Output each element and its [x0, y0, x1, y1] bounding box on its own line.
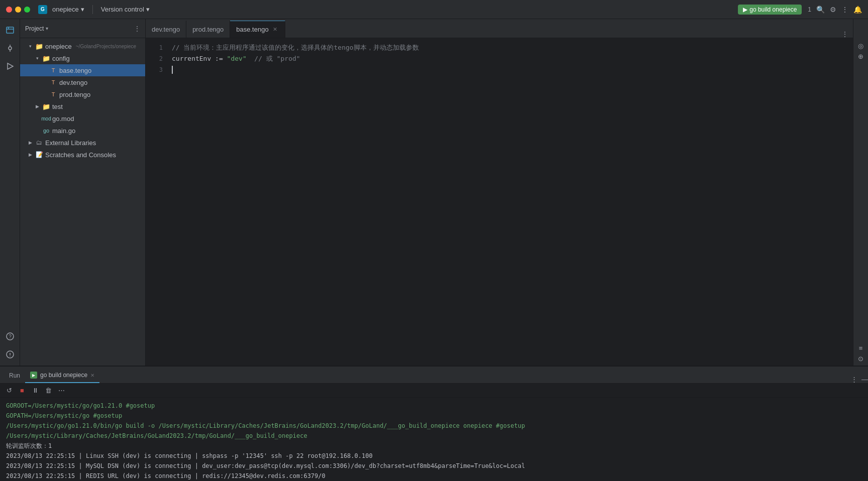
vc-label: Version control [101, 6, 144, 13]
file-tree-more-icon[interactable]: ⋮ [134, 25, 140, 32]
tree-arrow-external-libs: ▶ [27, 140, 33, 146]
build-tab-label: go build onepiece [40, 372, 87, 379]
tree-item-config[interactable]: ▾ 📁 config [20, 52, 145, 64]
main-content: ? Project ▾ ⋮ ▾ 📁 onepiece ~/GolandProje… [0, 19, 868, 366]
window-controls [6, 7, 30, 13]
folder-icon-onepiece: 📁 [35, 42, 43, 50]
tab-dev-tengo[interactable]: dev.tengo [146, 21, 186, 38]
tree-arrow-scratches: ▶ [27, 152, 33, 158]
maximize-button[interactable] [24, 7, 30, 13]
svg-rect-0 [7, 27, 14, 33]
tree-item-base-tengo[interactable]: T base.tengo [20, 64, 145, 76]
tree-label-scratches: Scratches and Consoles [45, 151, 116, 159]
tree-label-prod-tengo: prod.tengo [59, 91, 90, 98]
tab-close-base-tengo[interactable]: ✕ [272, 26, 279, 33]
bottom-tab-build[interactable]: ▶ go build onepiece ✕ [25, 368, 99, 383]
file-icon-main-go: go [42, 127, 50, 135]
run-button[interactable]: ▶ go build onepiece [738, 5, 802, 15]
file-tree-actions: ⋮ [134, 25, 140, 32]
code-op: := [215, 53, 227, 64]
toolbar-stop-icon[interactable]: ■ [17, 386, 27, 396]
sidebar-bottom-icon-2[interactable] [2, 346, 18, 363]
code-editor[interactable]: 1 2 3 // 当前环境：主应用程序通过该值的变化，选择具体的tengo脚本，… [146, 38, 853, 366]
line-num-1: 1 [149, 42, 163, 53]
run-tab-label: Run [9, 372, 20, 379]
run-icon: ▶ [743, 6, 747, 13]
project-label: onepiece [52, 6, 79, 13]
cursor [172, 66, 173, 74]
run-label: go build onepiece [749, 6, 797, 13]
tree-item-external-libs[interactable]: ▶ 🗂 External Libraries [20, 137, 145, 149]
svg-text:?: ? [9, 334, 12, 339]
tree-label-test: test [52, 103, 63, 110]
search-icon[interactable]: 🔍 [816, 6, 825, 14]
svg-point-9 [10, 355, 11, 356]
tree-spacer-go-mod [34, 115, 40, 122]
console-output: GOROOT=/Users/mystic/go/go1.21.0 #gosetu… [0, 398, 868, 481]
sidebar-commit-icon[interactable] [2, 40, 18, 56]
project-dropdown-icon: ▾ [81, 6, 84, 13]
code-line-3 [172, 64, 847, 75]
bottom-tabs: Run ▶ go build onepiece ✕ ⋮ — [0, 367, 868, 384]
line-numbers: 1 2 3 [146, 38, 166, 366]
console-line-2: GOPATH=/Users/mystic/go #gosetup [6, 411, 862, 421]
right-sidebar-icon-3[interactable]: ≡ [859, 344, 863, 352]
tab-label-prod-tengo: prod.tengo [192, 26, 224, 33]
bottom-toolbar: ↺ ■ ⏸ 🗑 ⋯ [0, 384, 868, 398]
file-tree: ▾ 📁 onepiece ~/GolandProjects/onepiece ▾… [20, 38, 145, 366]
tree-item-main-go[interactable]: go main.go [20, 125, 145, 137]
sidebar-run-icon[interactable] [2, 58, 18, 74]
run-tab-icon: ▶ [30, 372, 37, 379]
code-content[interactable]: // 当前环境：主应用程序通过该值的变化，选择具体的tengo脚本，并动态加载参… [166, 38, 853, 366]
editor-tabs-more-icon[interactable]: ⋮ [842, 31, 848, 38]
more-icon[interactable]: ⋮ [841, 6, 848, 14]
tree-item-scratches[interactable]: ▶ 📝 Scratches and Consoles [20, 149, 145, 161]
sidebar-project-icon[interactable] [2, 22, 18, 38]
file-icon-go-mod: mod [42, 114, 50, 123]
tab-base-tengo[interactable]: base.tengo ✕ [230, 21, 285, 38]
minimize-button[interactable] [15, 7, 21, 13]
bottom-tab-run[interactable]: Run [4, 368, 25, 383]
line-num-3: 3 [149, 64, 163, 75]
toolbar-settings-icon[interactable]: ⋯ [56, 386, 66, 396]
vc-selector[interactable]: Version control ▾ [101, 6, 150, 13]
console-line-6: 2023/08/13 22:25:15 | Linux SSH (dev) is… [6, 451, 862, 461]
icon-external-libs: 🗂 [35, 139, 43, 147]
file-tree-header: Project ▾ ⋮ [20, 19, 145, 38]
titlebar: G onepiece ▾ Version control ▾ ▶ go buil… [0, 0, 868, 19]
folder-icon-config: 📁 [42, 54, 50, 62]
project-title-arrow: ▾ [46, 26, 48, 31]
titlebar-right: ▶ go build onepiece 1 🔍 ⚙ ⋮ 🔔 [738, 5, 862, 15]
tree-item-dev-tengo[interactable]: T dev.tengo [20, 76, 145, 88]
settings-icon[interactable]: ⚙ [830, 6, 836, 14]
close-button[interactable] [6, 7, 12, 13]
tree-item-onepiece[interactable]: ▾ 📁 onepiece ~/GolandProjects/onepiece [20, 40, 145, 52]
file-icon-prod-tengo: T [49, 90, 57, 98]
sidebar-bottom-icon-1[interactable]: ? [2, 328, 18, 344]
toolbar-pause-icon[interactable]: ⏸ [30, 386, 40, 396]
tree-spacer-base-tengo [41, 67, 47, 73]
right-sidebar-icon-2[interactable]: ⊕ [858, 53, 863, 60]
tree-item-test[interactable]: ▶ 📁 test [20, 100, 145, 112]
tree-item-prod-tengo[interactable]: T prod.tengo [20, 88, 145, 100]
toolbar-clear-icon[interactable]: 🗑 [43, 386, 53, 396]
svg-marker-4 [8, 63, 13, 69]
tree-label-base-tengo: base.tengo [59, 67, 91, 74]
bottom-minimize-icon[interactable]: — [861, 376, 868, 383]
file-icon-dev-tengo: T [49, 78, 57, 86]
folder-icon-test: 📁 [42, 102, 50, 110]
tab-prod-tengo[interactable]: prod.tengo [186, 21, 230, 38]
code-comment-1: // 当前环境：主应用程序通过该值的变化，选择具体的tengo脚本，并动态加载参… [172, 42, 419, 53]
tab-label-dev-tengo: dev.tengo [152, 26, 180, 33]
bottom-tab-close[interactable]: ✕ [90, 373, 94, 378]
project-title-label: Project [25, 25, 44, 32]
tree-item-go-mod[interactable]: mod go.mod [20, 112, 145, 125]
project-selector[interactable]: onepiece ▾ [52, 6, 84, 13]
bottom-more-icon[interactable]: ⋮ [851, 376, 857, 383]
app-logo: G [38, 5, 47, 14]
notifications-icon[interactable]: 🔔 [853, 6, 862, 14]
svg-point-1 [9, 47, 12, 50]
toolbar-restart-icon[interactable]: ↺ [4, 386, 14, 396]
right-sidebar-icon-1[interactable]: ◎ [858, 42, 863, 50]
right-sidebar-icon-4[interactable]: ⊙ [858, 355, 863, 363]
